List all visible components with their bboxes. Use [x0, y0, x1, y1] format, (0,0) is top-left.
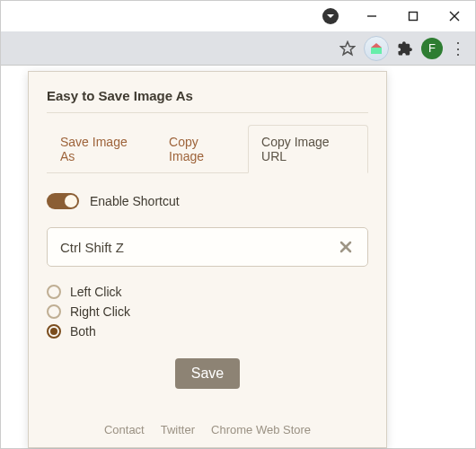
popup-title: Easy to Save Image As: [47, 88, 368, 113]
clear-shortcut-button[interactable]: [333, 234, 358, 260]
toggle-knob-icon: [65, 195, 77, 207]
svg-rect-2: [410, 13, 418, 21]
svg-marker-0: [327, 14, 334, 18]
save-button[interactable]: Save: [175, 358, 240, 389]
tab-copy-image-url[interactable]: Copy Image URL: [248, 125, 368, 173]
enable-shortcut-label: Enable Shortcut: [90, 194, 180, 208]
window-minimize-button[interactable]: [351, 1, 392, 31]
window-titlebar: [1, 1, 475, 31]
radio-label: Both: [70, 324, 96, 339]
radio-label: Left Click: [70, 285, 122, 299]
extension-icon[interactable]: [364, 36, 389, 61]
window-close-button[interactable]: [434, 1, 475, 31]
shortcut-input[interactable]: [60, 240, 333, 255]
radio-both[interactable]: Both: [47, 324, 368, 339]
svg-marker-5: [341, 41, 355, 54]
browser-menu-icon[interactable]: ⋮: [446, 39, 468, 58]
extension-popup: Easy to Save Image As Save Image As Copy…: [28, 71, 387, 448]
footer-twitter-link[interactable]: Twitter: [161, 423, 195, 436]
window-maximize-button[interactable]: [392, 1, 434, 31]
radio-label: Right Click: [70, 304, 130, 319]
radio-left-click[interactable]: Left Click: [47, 285, 368, 299]
radio-right-click[interactable]: Right Click: [47, 304, 368, 319]
radio-icon: [47, 285, 61, 299]
browser-toolbar: F ⋮: [1, 31, 475, 66]
radio-icon: [47, 304, 61, 319]
radio-icon: [47, 324, 61, 339]
extensions-puzzle-icon[interactable]: [392, 36, 418, 61]
bookmark-star-icon[interactable]: [335, 36, 360, 61]
enable-shortcut-toggle[interactable]: [47, 193, 79, 209]
profile-avatar[interactable]: F: [421, 38, 443, 59]
footer-chrome-web-store-link[interactable]: Chrome Web Store: [211, 423, 311, 436]
settings-tabs: Save Image As Copy Image Copy Image URL: [47, 124, 368, 173]
popup-footer: Contact Twitter Chrome Web Store: [47, 410, 368, 436]
tab-save-image-as[interactable]: Save Image As: [47, 125, 155, 173]
svg-rect-6: [371, 48, 382, 54]
tab-copy-image[interactable]: Copy Image: [155, 125, 248, 173]
footer-contact-link[interactable]: Contact: [104, 423, 145, 436]
incognito-icon: [322, 8, 339, 24]
